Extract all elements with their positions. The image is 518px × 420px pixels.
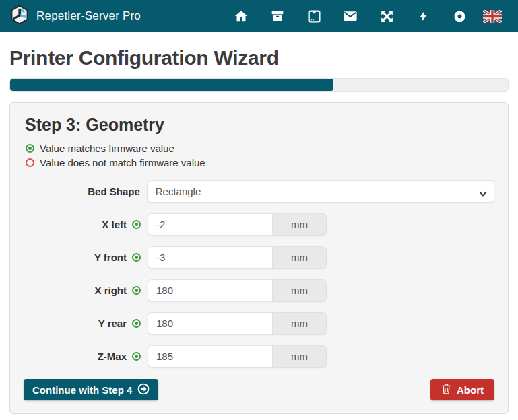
x-left-label: X left xyxy=(24,219,141,230)
expand-arrows-icon xyxy=(380,9,394,24)
bed-shape-select-wrap: Rectangle xyxy=(147,180,494,203)
y-front-unit: mm xyxy=(272,246,327,269)
legend-match: Value matches firmware value xyxy=(26,141,494,155)
field-row-y-front: Y front mm xyxy=(24,246,494,269)
nav-icons xyxy=(223,0,507,32)
legend-mismatch: Value does not match firmware value xyxy=(26,155,494,170)
step-title: Step 3: Geometry xyxy=(25,115,494,135)
top-navigation-bar: Repetier-Server Pro xyxy=(0,0,518,32)
field-row-y-rear: Y rear mm xyxy=(24,312,494,335)
brand[interactable]: Repetier-Server Pro xyxy=(9,5,141,28)
uk-flag-icon xyxy=(483,10,502,23)
field-row-x-left: X left mm xyxy=(24,213,494,236)
nav-power[interactable] xyxy=(405,0,441,32)
x-left-input-group: mm xyxy=(148,213,327,236)
legend-mismatch-label: Value does not match firmware value xyxy=(40,157,205,168)
field-row-bed-shape: Bed Shape Rectangle xyxy=(24,180,494,203)
z-max-unit: mm xyxy=(272,345,327,368)
x-left-input[interactable] xyxy=(148,213,272,236)
x-right-input[interactable] xyxy=(148,279,272,302)
abort-button[interactable]: Abort xyxy=(430,379,494,400)
continue-step4-button[interactable]: Continue with Step 4 xyxy=(24,379,158,400)
x-right-unit: mm xyxy=(272,279,327,302)
y-front-input-group: mm xyxy=(148,246,327,269)
archive-box-icon xyxy=(271,9,284,23)
nav-messages[interactable] xyxy=(332,0,368,32)
y-rear-input[interactable] xyxy=(148,312,272,335)
match-status-icon xyxy=(132,253,141,262)
bed-shape-label: Bed Shape xyxy=(24,186,140,197)
nav-archive[interactable] xyxy=(259,0,296,32)
nav-printers[interactable] xyxy=(296,0,332,32)
y-rear-unit: mm xyxy=(272,312,327,335)
y-front-input[interactable] xyxy=(148,246,272,269)
x-right-label: X right xyxy=(24,285,141,296)
field-row-z-max: Z-Max mm xyxy=(24,345,494,368)
home-icon xyxy=(234,9,248,23)
nav-language[interactable] xyxy=(478,0,507,32)
page-title: Printer Configuration Wizard xyxy=(9,46,509,69)
abort-label: Abort xyxy=(457,384,484,396)
z-max-input-group: mm xyxy=(148,345,327,368)
continue-label: Continue with Step 4 xyxy=(32,384,132,396)
x-right-input-group: mm xyxy=(148,279,327,302)
wizard-actions: Continue with Step 4 Abort xyxy=(24,379,494,400)
legend-match-label: Value matches firmware value xyxy=(40,143,174,154)
mismatch-status-icon xyxy=(26,158,34,167)
match-status-icon xyxy=(132,286,141,295)
y-front-label: Y front xyxy=(24,252,141,263)
bed-shape-select[interactable]: Rectangle xyxy=(147,180,494,203)
printer-icon xyxy=(307,9,321,24)
y-rear-label: Y rear xyxy=(24,318,141,329)
x-left-unit: mm xyxy=(272,213,327,236)
trash-icon xyxy=(441,383,451,396)
status-legend: Value matches firmware value Value does … xyxy=(26,141,494,170)
y-rear-input-group: mm xyxy=(148,312,327,335)
nav-home[interactable] xyxy=(223,0,259,32)
brand-title: Repetier-Server Pro xyxy=(36,9,141,23)
match-status-icon xyxy=(132,352,141,361)
envelope-icon xyxy=(343,9,358,24)
nav-settings[interactable] xyxy=(441,0,478,32)
z-max-input[interactable] xyxy=(148,345,272,368)
field-row-x-right: X right mm xyxy=(24,279,494,302)
match-status-icon xyxy=(26,144,34,153)
lightning-icon xyxy=(418,9,429,24)
repetier-logo-icon xyxy=(9,5,30,28)
gear-icon xyxy=(453,9,467,24)
match-status-icon xyxy=(132,220,141,229)
wizard-progress-fill xyxy=(10,79,333,91)
match-status-icon xyxy=(132,319,141,328)
wizard-step-panel: Step 3: Geometry Value matches firmware … xyxy=(9,102,509,414)
z-max-label: Z-Max xyxy=(24,351,141,362)
wizard-progress-bar xyxy=(9,78,509,92)
arrow-circle-right-icon xyxy=(137,383,150,397)
nav-move[interactable] xyxy=(368,0,405,32)
